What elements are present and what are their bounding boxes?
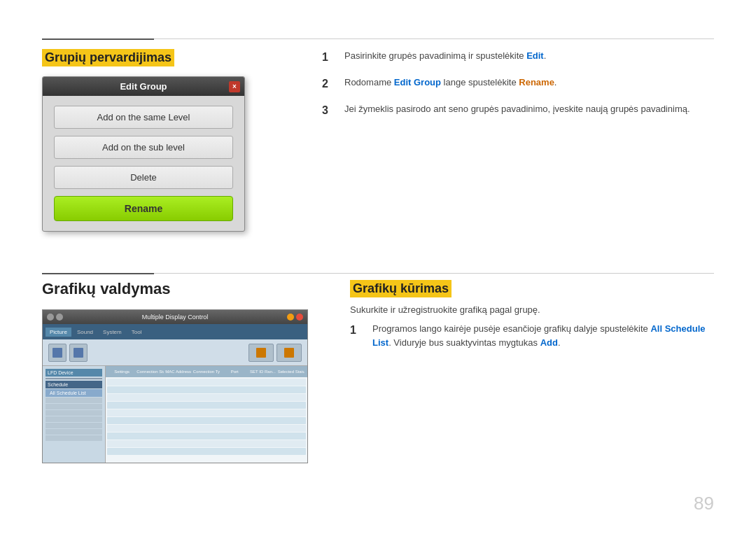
- mock-sidebar-filler-6: [46, 429, 102, 435]
- mock-sidebar-filler-7: [46, 435, 102, 441]
- mock-ctrl-2: [56, 314, 63, 321]
- section1-title: Grupių pervardijimas: [42, 49, 280, 66]
- mock-table-header: Settings Connection Status MAC Address C…: [106, 366, 307, 377]
- dialog-titlebar: Edit Group ×: [43, 77, 244, 96]
- section2-left: Grafikų valdymas Multiple Display Contro…: [42, 280, 322, 463]
- page-number: 89: [694, 493, 714, 514]
- mock-body: LFD Device Schedule All Schedule List: [43, 366, 307, 463]
- mock-table-rows: [106, 377, 307, 463]
- mock-sidebar-filler-3: [46, 410, 102, 416]
- mock-tool-icon-2: [74, 348, 83, 358]
- edit-group-dialog: Edit Group × Add on the same Level Add o…: [42, 76, 245, 232]
- mock-fault-icon-2: [284, 348, 294, 358]
- mock-tool-btn-fault1[interactable]: [248, 344, 274, 362]
- mock-nav: Picture Sound System Tool: [43, 324, 307, 339]
- section1-right: 1 Pasirinkite grupės pavadinimą ir spust…: [322, 49, 714, 129]
- table-row: [107, 417, 306, 424]
- table-row: [107, 394, 306, 401]
- step-3: 3 Jei žymeklis pasirodo ant seno grupės …: [322, 102, 714, 119]
- mock-titlebar: Multiple Display Control: [43, 310, 307, 324]
- section3-subtext: Sukurkite ir užregistruokite grafiką pag…: [350, 304, 714, 315]
- rename-button[interactable]: Rename: [54, 196, 233, 221]
- table-row: [107, 409, 306, 416]
- mock-window-controls: [287, 314, 303, 321]
- mock-sidebar-filler-5: [46, 423, 102, 428]
- section2-title: Grafikų valdymas: [42, 280, 322, 298]
- step-2: 2 Rodomame Edit Group lange spustelėkite…: [322, 76, 714, 92]
- add-sub-level-button[interactable]: Add on the sub level: [54, 136, 233, 159]
- mock-nav-sound[interactable]: Sound: [73, 328, 97, 337]
- mock-sidebar-filler-2: [46, 404, 102, 409]
- top-line-accent: [42, 38, 154, 40]
- step-1: 1 Pasirinkite grupės pavadinimą ir spust…: [322, 49, 714, 66]
- mock-sidebar-filler-4: [46, 416, 102, 422]
- mock-sidebar-schedule[interactable]: Schedule: [46, 381, 102, 388]
- mock-close-btn[interactable]: [296, 314, 303, 321]
- table-row: [107, 448, 306, 455]
- mock-main: Settings Connection Status MAC Address C…: [106, 366, 307, 463]
- section3-subtext-container: Sukurkite ir užregistruokite grafiką pag…: [350, 304, 714, 315]
- mid-line-accent: [42, 273, 154, 274]
- mock-tool-btn-fault2[interactable]: [276, 344, 302, 362]
- section3-step-1: 1 Programos lango kairėje pusėje esančio…: [350, 322, 714, 349]
- table-row: [107, 433, 306, 440]
- mock-fault-icon-1: [256, 348, 266, 358]
- table-row: [107, 386, 306, 393]
- table-row: [107, 402, 306, 409]
- dialog-body: Add on the same Level Add on the sub lev…: [43, 96, 244, 231]
- mock-sidebar-lfd[interactable]: LFD Device: [46, 369, 102, 377]
- mock-nav-picture[interactable]: Picture: [46, 328, 71, 337]
- table-row: [107, 379, 306, 386]
- delete-button[interactable]: Delete: [54, 166, 233, 189]
- screenshot-mockup: Multiple Display Control Picture Sound S…: [42, 309, 308, 463]
- mock-sidebar: LFD Device Schedule All Schedule List: [43, 366, 106, 463]
- mock-min-btn[interactable]: [287, 314, 294, 321]
- mock-sidebar-filler-1: [46, 398, 102, 403]
- add-same-level-button[interactable]: Add on the same Level: [54, 106, 233, 129]
- dialog-title: Edit Group: [120, 81, 167, 92]
- mock-nav-system[interactable]: System: [99, 328, 126, 337]
- mock-tool-btn-2[interactable]: [69, 344, 88, 362]
- mock-tool-btn-1[interactable]: [48, 344, 66, 362]
- section3-title: Grafikų kūrimas: [350, 280, 714, 297]
- table-row: [107, 440, 306, 447]
- mock-toolbar: [43, 339, 307, 366]
- section1-left: Grupių pervardijimas Edit Group × Add on…: [42, 49, 280, 232]
- mock-nav-tool[interactable]: Tool: [127, 328, 146, 337]
- mock-sidebar-all-schedule[interactable]: All Schedule List: [46, 389, 102, 397]
- dialog-close-button[interactable]: ×: [229, 81, 240, 92]
- mock-tool-icon-1: [52, 348, 62, 358]
- table-row: [107, 425, 306, 432]
- mock-ctrl-1: [47, 314, 54, 321]
- section3-right: Grafikų kūrimas Sukurkite ir užregistruo…: [350, 280, 714, 359]
- mock-controls: [47, 314, 63, 321]
